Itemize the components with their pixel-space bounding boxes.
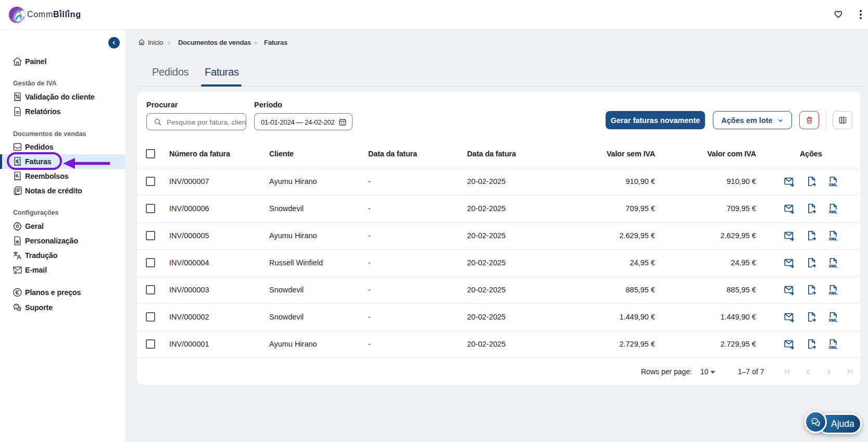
svg-text:XML: XML: [829, 318, 838, 323]
svg-text:XML: XML: [829, 237, 838, 241]
svg-text:XML: XML: [829, 291, 838, 296]
svg-text:XML: XML: [829, 264, 838, 268]
svg-text:XML: XML: [829, 182, 838, 187]
svg-text:XML: XML: [829, 345, 838, 350]
svg-text:XML: XML: [829, 210, 838, 214]
